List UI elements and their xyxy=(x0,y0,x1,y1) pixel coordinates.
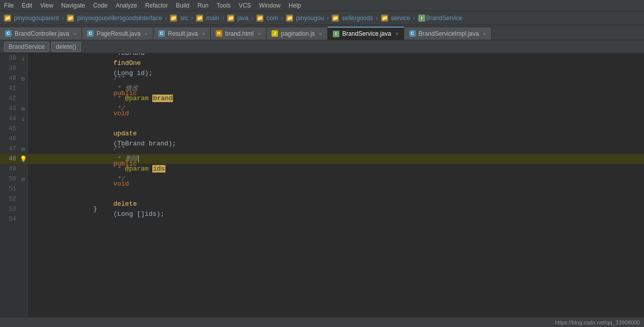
menu-window[interactable]: Window xyxy=(259,2,281,9)
tab-pagination-js[interactable]: J pagination.js × xyxy=(266,27,328,40)
menu-analyze[interactable]: Analyze xyxy=(116,2,137,9)
structure-crumb-brandservice[interactable]: BrandService xyxy=(4,42,49,52)
bc-src[interactable]: src xyxy=(180,15,188,22)
menu-edit[interactable]: Edit xyxy=(22,2,32,9)
line-num-53: 53 xyxy=(0,206,19,213)
gutter-icon-50[interactable]: ⊟ xyxy=(19,176,27,183)
gutter-row-39: 39 xyxy=(0,63,27,73)
gutter-icon-47[interactable]: ⊟ xyxy=(19,146,27,152)
line-num-38: 38 xyxy=(0,55,19,62)
bc-icon-src: 📁 xyxy=(170,15,177,22)
bc-service[interactable]: service xyxy=(391,15,410,22)
menu-vcs[interactable]: VCS xyxy=(239,2,251,9)
debug-arrow-icon-44: ↓ xyxy=(21,115,25,123)
breadcrumb-bar: 📁 pinyougouparent › 📁 pinyougousellersgo… xyxy=(0,11,644,25)
bc-pinyougou[interactable]: pinyougou xyxy=(296,15,324,22)
menu-view[interactable]: View xyxy=(40,2,53,9)
menu-tools[interactable]: Tools xyxy=(217,2,231,9)
gutter-icon-43[interactable]: ⊟ xyxy=(19,106,27,112)
bc-icon-pinyougou: 📁 xyxy=(286,15,293,22)
tab-label-pageresult: PageResult.java xyxy=(97,30,140,37)
line-num-42: 42 xyxy=(0,95,19,102)
code-area[interactable]: public TbBrand findOne (Long id); /** * … xyxy=(28,53,644,317)
bc-icon-service: 📁 xyxy=(381,15,388,22)
tab-close-pagination-js[interactable]: × xyxy=(319,31,322,37)
line-num-40: 40 xyxy=(0,75,19,82)
tab-label-brand-html: brand.html xyxy=(225,30,254,37)
tab-icon-pageresult: C xyxy=(87,30,94,37)
kw-public-44: public xyxy=(113,90,137,97)
tab-close-result[interactable]: × xyxy=(202,31,205,37)
tab-close-brand-html[interactable]: × xyxy=(258,31,261,37)
collapse-icon-50[interactable]: ⊟ xyxy=(22,176,25,183)
tab-icon-brandservice: I xyxy=(333,31,339,37)
menu-build[interactable]: Build xyxy=(176,2,190,9)
tab-brandservice[interactable]: I BrandService.java × xyxy=(328,27,404,40)
status-right: https://blog.csdn.net/qq_33908000 xyxy=(555,319,640,325)
collapse-icon-47[interactable]: ⊟ xyxy=(22,146,25,152)
tab-icon-brand-html: H xyxy=(216,30,222,37)
bc-java[interactable]: java xyxy=(237,15,248,22)
status-bar: https://blog.csdn.net/qq_33908000 xyxy=(0,317,644,327)
line-num-54: 54 xyxy=(0,216,19,223)
gutter-row-50: 50 ⊟ xyxy=(0,174,27,184)
line-num-39: 39 xyxy=(0,65,19,72)
tab-pageresult[interactable]: C PageResult.java × xyxy=(82,27,153,40)
tab-close-pageresult[interactable]: × xyxy=(145,31,148,37)
gutter-icon-40[interactable]: ⊟ xyxy=(19,75,27,82)
tab-bar: C BrandController.java × C PageResult.ja… xyxy=(0,25,644,40)
bc-icon-pinyougouparent: 📁 xyxy=(4,15,11,22)
collapse-icon-40[interactable]: ⊟ xyxy=(22,75,25,82)
line-num-49: 49 xyxy=(0,166,19,173)
bc-pinyougouparent[interactable]: pinyougouparent xyxy=(14,15,59,22)
gutter-row-42: 42 xyxy=(0,94,27,104)
bc-sellerinterface[interactable]: pinyougousellersgoodsinterface xyxy=(77,15,162,22)
collapse-icon-43[interactable]: ⊟ xyxy=(22,106,25,112)
bc-main[interactable]: main xyxy=(206,15,219,22)
tab-label-brandservice: BrandService.java xyxy=(342,30,391,37)
line-num-48: 48 xyxy=(0,155,19,162)
tab-icon-result: C xyxy=(158,30,165,37)
bc-icon-java: 📁 xyxy=(227,15,234,22)
gutter-row-45: 45 xyxy=(0,124,27,134)
gutter-row-49: 49 xyxy=(0,164,27,174)
closing-brace: } xyxy=(93,205,97,213)
bc-brandservice[interactable]: BrandService xyxy=(426,15,463,22)
gutter-row-43: 43 ⊟ xyxy=(0,104,27,114)
tab-brandcontroller[interactable]: C BrandController.java × xyxy=(0,27,82,40)
tab-close-brandcontroller[interactable]: × xyxy=(73,31,76,37)
line-num-47: 47 xyxy=(0,145,19,152)
editor-container: 38 ↓ 39 40 ⊟ 41 42 43 ⊟ 44 ↓ xyxy=(0,53,644,317)
menu-navigate[interactable]: Navigate xyxy=(61,2,85,9)
kw-void-51: void xyxy=(113,180,129,188)
tab-label-pagination-js: pagination.js xyxy=(281,30,315,37)
menu-help[interactable]: Help xyxy=(289,2,301,9)
gutter-row-48: 48 💡 xyxy=(0,154,27,164)
menu-file[interactable]: File xyxy=(4,2,14,9)
gutter-row-54: 54 xyxy=(0,214,27,224)
tab-close-brandservice[interactable]: × xyxy=(395,31,398,37)
structure-crumb-delete[interactable]: delete() xyxy=(51,42,81,52)
tab-result[interactable]: C Result.java × xyxy=(153,27,211,40)
bc-icon-sellerinterface: 📁 xyxy=(67,15,74,22)
kw-void-44: void xyxy=(113,110,129,117)
tab-brandserviceimpl[interactable]: C BrandServiceImpl.java × xyxy=(404,27,492,40)
bc-sellergoods[interactable]: sellergoods xyxy=(342,15,373,22)
line-num-46: 46 xyxy=(0,135,19,142)
tab-close-brandserviceimpl[interactable]: × xyxy=(483,31,486,37)
gutter-row-40: 40 ⊟ xyxy=(0,73,27,84)
bc-icon-brandservice: I xyxy=(418,15,425,22)
line-num-51: 51 xyxy=(0,186,19,193)
menu-run[interactable]: Run xyxy=(198,2,209,9)
method-delete: delete xyxy=(113,200,137,208)
line-num-43: 43 xyxy=(0,105,19,112)
line-num-41: 41 xyxy=(0,85,19,92)
bc-com[interactable]: com xyxy=(266,15,278,22)
line-num-52: 52 xyxy=(0,196,19,203)
menu-refactor[interactable]: Refactor xyxy=(145,2,168,9)
menu-code[interactable]: Code xyxy=(93,2,108,9)
tab-brand-html[interactable]: H brand.html × xyxy=(211,27,266,40)
tab-icon-brandserviceimpl: C xyxy=(409,30,416,37)
gutter-row-47: 47 ⊟ xyxy=(0,144,27,154)
tab-label-brandcontroller: BrandController.java xyxy=(15,30,69,37)
